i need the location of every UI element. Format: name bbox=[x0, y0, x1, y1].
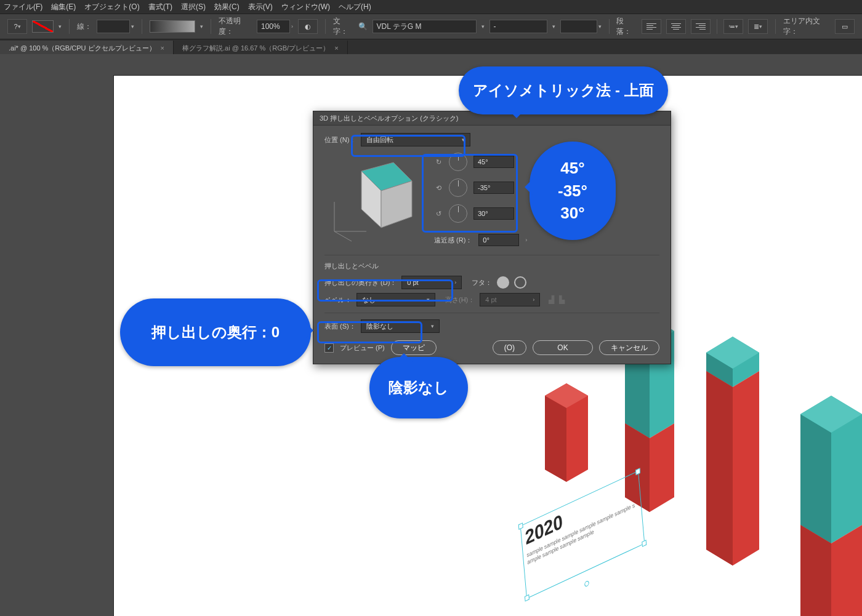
position-value: 自由回転 bbox=[366, 135, 393, 145]
font-family-field[interactable]: VDL テラG M bbox=[373, 20, 477, 33]
rotate-z-field[interactable]: 30° bbox=[473, 207, 514, 220]
swatch-dd-icon[interactable]: ▾ bbox=[58, 23, 62, 30]
fx-icon[interactable]: ◐ bbox=[298, 19, 318, 34]
menu-file[interactable]: ファイル(F) bbox=[4, 2, 42, 12]
bevel-in-icon: ▟ bbox=[549, 295, 554, 304]
tab-doc-2[interactable]: 棒グラフ解説.ai @ 16.67 %（RGB/プレビュー） × bbox=[174, 41, 348, 55]
svg-marker-12 bbox=[706, 371, 733, 566]
resize-handle[interactable] bbox=[642, 540, 647, 547]
bevel-height-label: 高さ(H)： bbox=[445, 295, 475, 305]
area-type-icon[interactable]: ▭ bbox=[835, 19, 855, 34]
opacity-field[interactable]: 100%› bbox=[257, 20, 293, 33]
menu-type[interactable]: 書式(T) bbox=[148, 2, 172, 12]
selected-text-frame[interactable]: 2020 sample sample sample sample sample … bbox=[520, 471, 645, 599]
menu-help[interactable]: ヘルプ(H) bbox=[339, 2, 371, 12]
document-tabs: .ai* @ 100 %（RGB/CPU ピクセルプレビュー） × 棒グラフ解説… bbox=[0, 39, 862, 55]
tab-label: .ai* @ 100 %（RGB/CPU ピクセルプレビュー） bbox=[9, 44, 156, 53]
callout-angles: 45° -35° 30° bbox=[530, 142, 616, 240]
rotate-y-dial[interactable] bbox=[449, 178, 467, 197]
area-type-label: エリア内文字： bbox=[783, 16, 830, 37]
surface-label: 表面 (S)： bbox=[324, 322, 356, 331]
tab-doc-1[interactable]: .ai* @ 100 %（RGB/CPU ピクセルプレビュー） × bbox=[0, 41, 174, 55]
rotate-x-field[interactable]: 45° bbox=[473, 156, 514, 168]
callout-angle-z: 30° bbox=[560, 202, 584, 224]
menubar: ファイル(F) 編集(E) オブジェクト(O) 書式(T) 選択(S) 効果(C… bbox=[0, 0, 862, 14]
style-dd-icon[interactable]: ▾ bbox=[552, 23, 555, 30]
svg-line-20 bbox=[334, 231, 352, 241]
char-label: 文字： bbox=[333, 16, 353, 37]
svg-marker-14 bbox=[800, 414, 831, 543]
callout-depth: 押し出しの奥行：0 bbox=[120, 298, 311, 366]
list-number-icon[interactable]: ≣▾ bbox=[748, 19, 768, 34]
perspective-label: 遠近感 (R)： bbox=[434, 236, 472, 245]
stroke-weight-field[interactable]: ▾ bbox=[97, 20, 134, 33]
search-icon[interactable]: 🔍 bbox=[358, 22, 368, 31]
menu-effect[interactable]: 効果(C) bbox=[214, 2, 240, 12]
tab-label: 棒グラフ解説.ai @ 16.67 %（RGB/プレビュー） bbox=[182, 44, 329, 53]
menu-window[interactable]: ウィンドウ(W) bbox=[281, 2, 330, 12]
no-fill-swatch[interactable] bbox=[32, 20, 54, 33]
rotation-dials: ↻ 45° ⟲ -35° ↺ 30° 遠近感 (R)： 0° › bbox=[434, 150, 527, 246]
dialog-3d-extrude: 3D 押し出しとベベルオプション (クラシック) 位置 (N)： 自由回転▾ bbox=[313, 111, 671, 364]
callout-angle-x: 45° bbox=[560, 157, 584, 179]
rotate-handle[interactable] bbox=[584, 580, 589, 588]
cap-on-icon[interactable] bbox=[497, 276, 509, 289]
depth-label: 押し出しの奥行き (D)： bbox=[324, 278, 397, 287]
surface-dropdown[interactable]: 陰影なし▾ bbox=[361, 319, 440, 333]
rotate-y-field[interactable]: -35° bbox=[473, 182, 514, 194]
rotate-x-icon: ↻ bbox=[434, 158, 443, 166]
bar-red-1 bbox=[533, 371, 594, 482]
perspective-field[interactable]: 0° bbox=[478, 234, 519, 246]
bevel-out-icon: ▙ bbox=[559, 295, 565, 304]
menu-object[interactable]: オブジェクト(O) bbox=[84, 2, 139, 12]
opacity-label: 不透明度： bbox=[219, 16, 252, 37]
bar-combo-3 bbox=[785, 377, 862, 616]
stroke-profile[interactable] bbox=[150, 20, 195, 33]
callout-angle-y: -35° bbox=[558, 180, 587, 202]
align-left-icon[interactable] bbox=[642, 19, 661, 34]
stroke-profile-dd-icon[interactable]: ▾ bbox=[200, 23, 203, 30]
resize-handle[interactable] bbox=[525, 594, 530, 602]
list-bullet-icon[interactable]: ≔▾ bbox=[723, 19, 743, 34]
bevel-dropdown[interactable]: なし▾ bbox=[356, 293, 435, 306]
rotate-x-dial[interactable] bbox=[449, 153, 467, 171]
more-options-button[interactable]: (O) bbox=[493, 340, 526, 355]
depth-field[interactable]: 0 pt› bbox=[401, 276, 462, 289]
position-dropdown[interactable]: 自由回転▾ bbox=[361, 133, 470, 146]
cap-off-icon[interactable] bbox=[514, 276, 526, 289]
bevel-label: ベベル： bbox=[324, 295, 352, 305]
cap-label: フタ： bbox=[472, 278, 492, 287]
surface-value: 陰影なし bbox=[366, 322, 393, 331]
control-bar: ?▾ ▾ 線： ▾ ▾ 不透明度： 100%› ◐ 文字： 🔍 VDL テラG … bbox=[0, 14, 862, 39]
extrude-section-header: 押し出しとベベル bbox=[324, 262, 659, 271]
menu-view[interactable]: 表示(V) bbox=[248, 2, 273, 12]
selection-tool-icon[interactable]: ?▾ bbox=[7, 19, 27, 34]
callout-isometric: アイソメトリック法 - 上面 bbox=[459, 66, 668, 114]
menu-edit[interactable]: 編集(E) bbox=[51, 2, 76, 12]
rotate-y-icon: ⟲ bbox=[434, 184, 443, 192]
font-style-field[interactable]: - bbox=[489, 20, 547, 33]
cube-preview[interactable] bbox=[324, 150, 423, 249]
stroke-label: 線： bbox=[77, 22, 92, 32]
ok-button[interactable]: OK bbox=[533, 340, 593, 355]
perspective-stepper-icon[interactable]: › bbox=[525, 237, 527, 243]
align-center-icon[interactable] bbox=[666, 19, 686, 34]
bar-combo-2 bbox=[693, 322, 767, 568]
bevel-height-field: 4 pt› bbox=[480, 293, 540, 306]
preview-label: プレビュー (P) bbox=[340, 343, 385, 353]
callout-shading: 陰影なし bbox=[369, 357, 468, 418]
cancel-button[interactable]: キャンセル bbox=[599, 340, 659, 355]
menu-select[interactable]: 選択(S) bbox=[181, 2, 206, 12]
paragraph-label: 段落： bbox=[616, 16, 637, 37]
bevel-height-value: 4 pt bbox=[485, 296, 496, 303]
close-icon[interactable]: × bbox=[334, 44, 338, 52]
rotate-z-icon: ↺ bbox=[434, 210, 443, 218]
svg-marker-1 bbox=[545, 396, 566, 482]
depth-value: 0 pt bbox=[407, 279, 418, 286]
close-icon[interactable]: × bbox=[161, 44, 164, 52]
preview-checkbox[interactable]: ✓ bbox=[324, 343, 334, 353]
align-right-icon[interactable] bbox=[691, 19, 711, 34]
font-size-field[interactable]: ▾ bbox=[560, 20, 602, 33]
font-dd-icon[interactable]: ▾ bbox=[481, 23, 485, 30]
rotate-z-dial[interactable] bbox=[449, 204, 467, 223]
